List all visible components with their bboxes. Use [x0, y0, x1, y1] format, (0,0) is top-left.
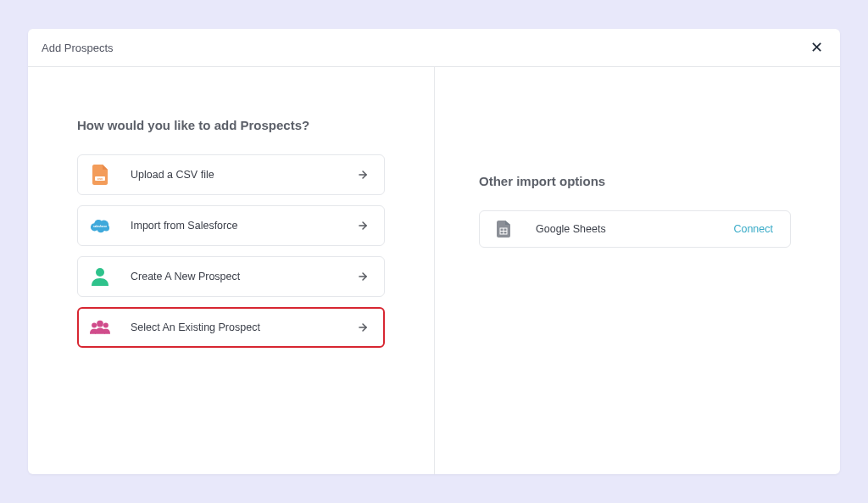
svg-point-14 — [103, 322, 108, 327]
user-icon — [90, 266, 110, 287]
google-sheets-icon — [495, 221, 512, 238]
salesforce-cloud-icon: salesforce — [90, 215, 110, 236]
add-prospects-modal: Add Prospects ✕ How would you like to ad… — [28, 29, 840, 474]
option-upload-csv[interactable]: csv Upload a CSV file — [77, 154, 385, 195]
other-heading: Other import options — [479, 174, 791, 188]
modal-title: Add Prospects — [42, 42, 114, 54]
svg-text:csv: csv — [97, 176, 103, 181]
modal-body: How would you like to add Prospects? csv… — [28, 67, 840, 474]
option-label: Import from Salesforce — [131, 220, 357, 232]
svg-point-13 — [97, 321, 103, 327]
csv-file-icon: csv — [90, 165, 110, 185]
arrow-right-icon — [357, 169, 369, 181]
option-select-existing-prospect[interactable]: Select An Existing Prospect — [77, 307, 385, 348]
option-import-salesforce[interactable]: salesforce Import from Salesforce — [77, 205, 385, 246]
close-button[interactable]: ✕ — [810, 41, 823, 54]
svg-point-12 — [92, 322, 97, 327]
option-create-new-prospect[interactable]: Create A New Prospect — [77, 256, 385, 297]
section-heading: How would you like to add Prospects? — [77, 118, 385, 132]
arrow-right-icon — [357, 220, 369, 232]
option-label: Create A New Prospect — [131, 271, 357, 282]
import-option-google-sheets: Google Sheets Connect — [479, 210, 791, 248]
option-list: csv Upload a CSV file — [77, 154, 385, 348]
svg-text:salesforce: salesforce — [93, 225, 107, 228]
option-label: Upload a CSV file — [131, 169, 357, 181]
arrow-right-icon — [357, 271, 369, 282]
connect-link[interactable]: Connect — [733, 223, 773, 235]
import-label: Google Sheets — [536, 223, 733, 235]
arrow-right-icon — [357, 321, 369, 333]
modal-header: Add Prospects ✕ — [28, 29, 840, 67]
right-pane: Other import options Google Sheets Conne… — [435, 67, 840, 474]
users-group-icon — [90, 317, 110, 338]
option-label: Select An Existing Prospect — [131, 321, 357, 333]
left-pane: How would you like to add Prospects? csv… — [28, 67, 435, 474]
svg-point-10 — [96, 268, 104, 277]
